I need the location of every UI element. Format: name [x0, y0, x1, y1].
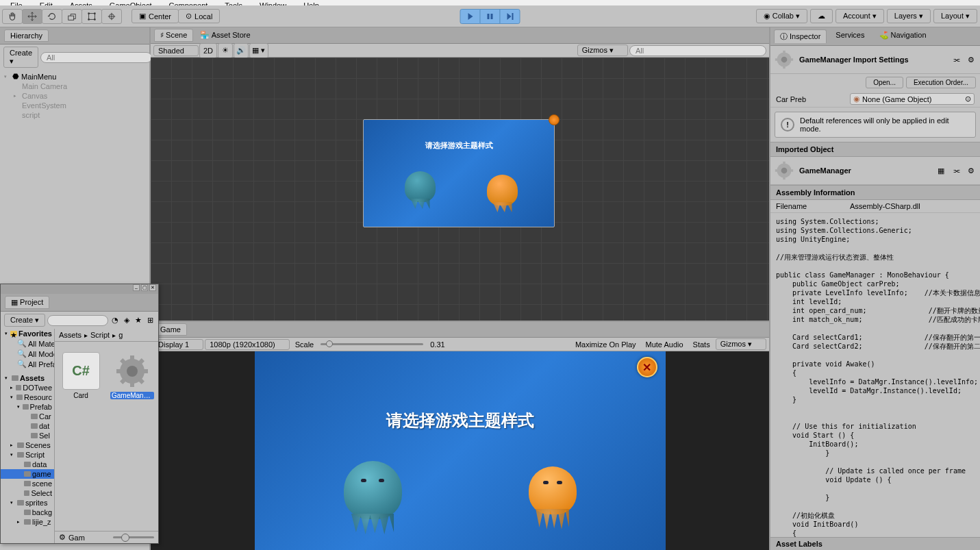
help-icon[interactable]: ⫘ — [951, 55, 961, 64]
cloud-button[interactable]: ☁ — [810, 9, 833, 23]
layout-button[interactable]: Layout ▾ — [933, 9, 977, 23]
folder-item[interactable]: ▸DOTwee — [1, 383, 54, 392]
thumbnail-size-slider[interactable] — [113, 536, 154, 538]
help-icon[interactable]: ⫘ — [951, 166, 961, 175]
scene-viewport[interactable]: 请选择游戏主题样式 — [151, 58, 769, 321]
scene-search-input[interactable] — [629, 45, 766, 56]
navigation-tab[interactable]: ⛳ Navigation — [874, 29, 932, 43]
step-button[interactable] — [499, 9, 520, 24]
favorites-header[interactable]: ▾★Favorites — [1, 329, 54, 338]
svg-rect-0 — [68, 16, 74, 20]
mute-toggle[interactable]: Mute Audio — [642, 340, 688, 349]
pause-button[interactable] — [479, 9, 500, 24]
play-button[interactable] — [460, 9, 480, 24]
scene-tab[interactable]: ♯ Scene — [154, 29, 193, 42]
asset-item-card[interactable]: C# Card — [60, 352, 101, 399]
open-button[interactable]: Open... — [866, 77, 903, 88]
prefab-icon[interactable]: ▦ — [936, 166, 946, 175]
favorite-item[interactable]: 🔍 All Mode — [1, 349, 54, 359]
folder-item[interactable]: Select — [1, 488, 54, 498]
inspector-tab[interactable]: ⓘ Inspector — [774, 29, 827, 43]
scale-slider[interactable] — [321, 343, 423, 345]
jellyfish-orange-sprite[interactable] — [487, 175, 518, 205]
svg-rect-26 — [116, 369, 123, 373]
jellyfish-teal-sprite[interactable] — [405, 171, 436, 202]
favorite-item[interactable]: 🔍 All Materi — [1, 338, 54, 349]
project-search-input[interactable] — [47, 315, 108, 326]
breadcrumb-item[interactable]: Assets — [59, 331, 81, 339]
folder-item[interactable]: ▾sprites — [1, 498, 54, 508]
scale-tool-button[interactable] — [62, 9, 82, 24]
pivot-local-button[interactable]: ⊙Local — [178, 9, 220, 23]
collab-button[interactable]: ◉ Collab ▾ — [756, 9, 807, 23]
folder-item[interactable]: Car — [1, 412, 54, 421]
settings-icon[interactable]: ⚙ — [966, 166, 976, 175]
project-create-button[interactable]: Create ▾ — [4, 314, 45, 327]
account-button[interactable]: Account ▾ — [835, 9, 884, 23]
window-close-button[interactable]: ✕ — [149, 284, 156, 291]
folder-item[interactable]: scene — [1, 479, 54, 488]
game-gizmos-dropdown[interactable]: Gizmos ▾ — [716, 338, 766, 350]
car-preb-field[interactable]: ◉None (Game Object)⊙ — [850, 93, 975, 105]
folder-item[interactable]: dat — [1, 421, 54, 431]
hierarchy-tab[interactable]: Hierarchy — [4, 29, 49, 42]
audio-toggle[interactable]: 🔊 — [234, 43, 249, 58]
hierarchy-item[interactable]: Canvas — [0, 91, 149, 101]
scene-root[interactable]: ⬣MainMenu — [0, 71, 149, 82]
lighting-toggle[interactable]: ☀ — [218, 43, 233, 58]
2d-toggle[interactable]: 2D — [199, 43, 217, 58]
stats-toggle[interactable]: Stats — [689, 340, 714, 349]
game-tab[interactable]: Game — [154, 323, 187, 336]
asset-store-tab[interactable]: 🏪 Asset Store — [200, 31, 250, 40]
folder-item[interactable]: backg — [1, 508, 54, 517]
breadcrumb-item[interactable]: g — [118, 331, 123, 339]
folder-item[interactable]: Sel — [1, 431, 54, 440]
layers-button[interactable]: Layers ▾ — [887, 9, 931, 23]
window-maximize-button[interactable]: ▢ — [141, 284, 148, 291]
hierarchy-item[interactable]: Main Camera — [0, 82, 149, 91]
game-viewport: ✕ 请选择游戏主题样式 — [151, 351, 769, 550]
execution-order-button[interactable]: Execution Order... — [906, 77, 976, 88]
car-preb-label: Car Preb — [776, 95, 844, 103]
canvas-object[interactable]: 请选择游戏主题样式 — [363, 119, 555, 227]
display-dropdown[interactable]: Display 1 — [153, 339, 203, 350]
search-filter-icon[interactable]: ◔ — [110, 316, 120, 325]
folder-item[interactable]: ▸lijie_z — [1, 517, 54, 527]
jellyfish-teal-button[interactable] — [344, 461, 402, 519]
hierarchy-item[interactable]: script — [0, 110, 149, 120]
favorite-item[interactable]: 🔍 All Prefa — [1, 359, 54, 369]
asset-item-gamemanager[interactable]: GameMana... — [112, 352, 153, 399]
maximize-toggle[interactable]: Maximize On Play — [571, 340, 640, 349]
folder-item[interactable]: ▾Prefab — [1, 402, 54, 412]
project-tab[interactable]: ▦ Project — [5, 296, 49, 309]
hierarchy-search-input[interactable] — [40, 52, 152, 63]
fx-toggle[interactable]: ▦ ▾ — [249, 43, 268, 58]
hand-tool-button[interactable] — [2, 9, 23, 24]
breadcrumb-item[interactable]: Script — [90, 331, 110, 339]
services-tab[interactable]: Services — [830, 29, 870, 43]
hierarchy-item[interactable]: EventSystem — [0, 101, 149, 110]
resolution-dropdown[interactable]: 1080p (1920x1080) — [205, 339, 289, 350]
window-minimize-button[interactable]: – — [133, 284, 140, 291]
assets-root[interactable]: ▾Assets — [1, 373, 54, 383]
save-search-icon[interactable]: ⊞ — [145, 316, 155, 325]
transform-tool-button[interactable] — [101, 9, 122, 24]
folder-item[interactable]: ▸Scenes — [1, 440, 54, 450]
rect-tool-button[interactable] — [81, 9, 102, 24]
search-star-icon[interactable]: ★ — [134, 316, 143, 325]
hierarchy-create-button[interactable]: Create ▾ — [3, 47, 38, 68]
folder-item[interactable]: ▾Resourc — [1, 392, 54, 402]
folder-item[interactable]: data — [1, 460, 54, 469]
jellyfish-orange-button[interactable] — [529, 466, 577, 514]
shading-dropdown[interactable]: Shaded — [153, 45, 199, 56]
settings-icon[interactable]: ⚙ — [966, 55, 976, 64]
search-label-icon[interactable]: ◈ — [122, 316, 131, 325]
game-close-button[interactable]: ✕ — [637, 357, 657, 377]
move-tool-button[interactable] — [22, 9, 42, 24]
gizmos-dropdown[interactable]: Gizmos ▾ — [577, 45, 628, 56]
close-button-object[interactable] — [549, 114, 560, 125]
folder-item[interactable]: ▾Script — [1, 450, 54, 460]
rotate-tool-button[interactable] — [42, 9, 62, 24]
folder-item-selected[interactable]: game — [1, 469, 54, 479]
pivot-center-button[interactable]: ▣Center — [131, 9, 179, 23]
